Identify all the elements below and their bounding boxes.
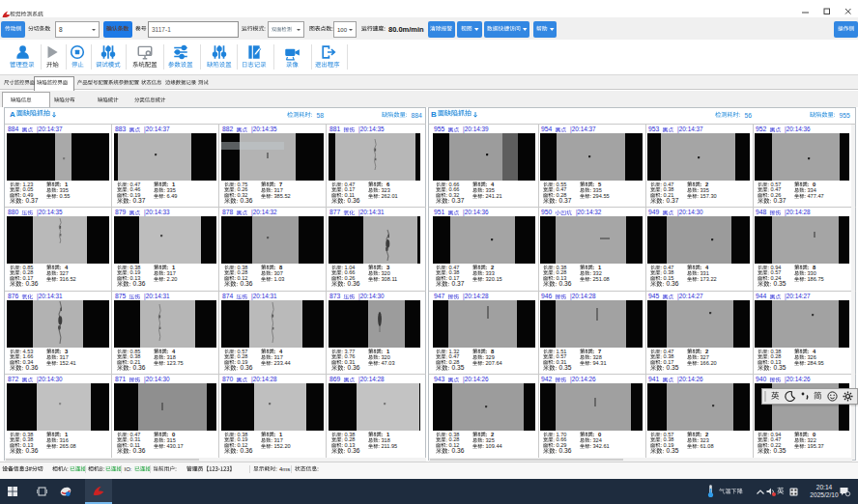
svg-text:0.55: 0.55 [60,193,71,199]
svg-text:0.36: 0.36 [133,447,146,454]
svg-text:0.36: 0.36 [667,280,679,287]
svg-text:56: 56 [745,112,753,119]
svg-text:884: 884 [412,112,423,119]
svg-text:955: 955 [434,126,445,132]
svg-text:342.61: 342.61 [593,443,610,449]
svg-text:IO:: IO: [125,466,132,472]
svg-text:0.37: 0.37 [452,280,465,287]
svg-text:945: 945 [648,293,660,299]
svg-text:871: 871 [115,376,127,382]
svg-text:870: 870 [222,376,234,382]
svg-text:47.03: 47.03 [382,359,395,365]
svg-text:872: 872 [8,376,19,382]
svg-text:873: 873 [329,293,341,299]
svg-text:874: 874 [222,293,234,299]
svg-text:233.44: 233.44 [274,359,291,365]
svg-text:0.36: 0.36 [559,447,572,454]
svg-text:0.36: 0.36 [133,280,146,287]
svg-text:879: 879 [115,209,127,215]
svg-text:B: B [431,110,437,119]
svg-text:0.35: 0.35 [667,364,679,371]
svg-text:953: 953 [648,126,660,132]
svg-text:948: 948 [756,209,767,215]
svg-text:186.75: 186.75 [808,276,824,282]
svg-text:0.36: 0.36 [452,447,465,454]
svg-text:0.35: 0.35 [774,280,786,287]
svg-text:320.15: 320.15 [486,276,502,282]
svg-text:877: 877 [329,209,341,215]
svg-text:94.31: 94.31 [593,359,607,365]
svg-text:265.08: 265.08 [60,443,76,449]
svg-text:947: 947 [434,293,445,299]
svg-text:0.37: 0.37 [559,197,572,204]
svg-text:0.36: 0.36 [348,447,360,454]
svg-text:173.22: 173.22 [701,276,717,282]
svg-text:0.36: 0.36 [559,280,572,287]
svg-text:883: 883 [115,126,127,132]
svg-text:0.36: 0.36 [26,447,39,454]
svg-text:2.20: 2.20 [167,276,178,282]
svg-text:0.37: 0.37 [667,197,679,204]
svg-text:869: 869 [329,376,341,382]
svg-text:0.35: 0.35 [774,447,786,454]
svg-text:942: 942 [541,376,553,382]
svg-text:A: A [10,110,15,119]
svg-text:195.37: 195.37 [808,443,824,449]
svg-text:0.35: 0.35 [667,447,679,454]
svg-text:61.08: 61.08 [701,443,714,449]
svg-text:0.36: 0.36 [133,364,146,371]
svg-text:316.52: 316.52 [60,276,76,282]
svg-text:0.35: 0.35 [452,364,465,371]
svg-text:284.95: 284.95 [808,359,824,365]
svg-text:385.52: 385.52 [274,193,291,199]
svg-text:0.36: 0.36 [241,280,253,287]
svg-text:941: 941 [648,376,660,382]
svg-text:1.03: 1.03 [274,276,285,282]
svg-text:152.41: 152.41 [60,359,76,365]
svg-text:950: 950 [541,209,553,215]
svg-text:949: 949 [648,209,660,215]
svg-text:109.44: 109.44 [486,443,502,449]
svg-text:955: 955 [840,112,851,119]
svg-text:0.37: 0.37 [452,197,465,204]
svg-text:946: 946 [541,293,553,299]
svg-text:294.55: 294.55 [593,193,610,199]
svg-text:58: 58 [317,112,325,119]
svg-text:0.35: 0.35 [559,364,572,371]
svg-text:262.01: 262.01 [382,193,398,199]
svg-text:940: 940 [756,376,767,382]
svg-text:881: 881 [329,126,341,132]
svg-text:123.75: 123.75 [167,359,184,365]
svg-text:0.35: 0.35 [774,364,786,371]
svg-text:943: 943 [434,376,445,382]
svg-text:875: 875 [115,293,127,299]
svg-text:0.36: 0.36 [241,447,253,454]
svg-text:0.37: 0.37 [133,197,146,204]
svg-text:878: 878 [222,209,234,215]
svg-text:0.36: 0.36 [241,364,253,371]
svg-text:251.08: 251.08 [593,276,610,282]
svg-text:882: 882 [222,126,234,132]
svg-text:0.37: 0.37 [26,197,39,204]
svg-text:0.36: 0.36 [241,197,253,204]
svg-text:0.36: 0.36 [348,364,360,371]
svg-text:0.36: 0.36 [26,364,39,371]
svg-text:951: 951 [434,209,445,215]
svg-text:207.64: 207.64 [486,359,502,365]
svg-text:880: 880 [8,209,19,215]
svg-text:241.21: 241.21 [486,193,502,199]
svg-text:4ms: 4ms [279,466,290,472]
svg-text:477.47: 477.47 [808,193,824,199]
svg-text:944: 944 [756,293,767,299]
svg-text:152.20: 152.20 [274,443,291,449]
svg-text:0.36: 0.36 [348,280,360,287]
svg-text:430.17: 430.17 [167,443,184,449]
svg-text:884: 884 [8,126,19,132]
svg-text:0.37: 0.37 [774,197,786,204]
svg-text:952: 952 [756,126,767,132]
svg-text:954: 954 [541,126,553,132]
svg-text:6.49: 6.49 [167,193,178,199]
svg-text:0.36: 0.36 [348,197,360,204]
svg-text:308.11: 308.11 [382,276,398,282]
svg-text:211.95: 211.95 [382,443,398,449]
